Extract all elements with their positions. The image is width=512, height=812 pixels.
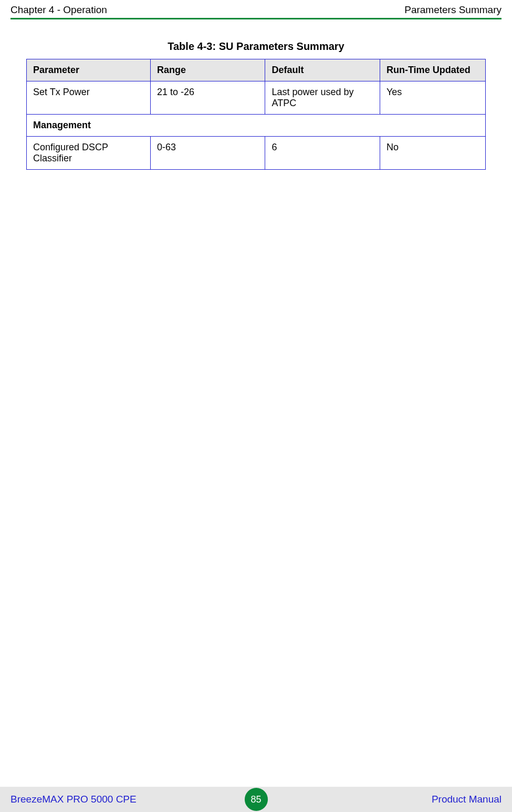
th-parameter: Parameter: [27, 59, 151, 81]
section-label: Management: [27, 115, 486, 137]
cell-default: 6: [265, 137, 380, 170]
page-number: 85: [250, 794, 261, 805]
parameters-table: Parameter Range Default Run-Time Updated…: [26, 59, 486, 170]
table-row: Configured DSCP Classifier 0-63 6 No: [27, 137, 486, 170]
cell-range: 21 to -26: [150, 81, 265, 115]
page-number-badge: 85: [245, 788, 268, 811]
cell-parameter: Configured DSCP Classifier: [27, 137, 151, 170]
th-runtime: Run-Time Updated: [380, 59, 485, 81]
cell-range: 0-63: [150, 137, 265, 170]
page-footer: BreezeMAX PRO 5000 CPE 85 Product Manual: [0, 787, 512, 812]
page-header: Chapter 4 - Operation Parameters Summary: [0, 0, 512, 18]
header-right: Parameters Summary: [404, 4, 501, 16]
cell-runtime: Yes: [380, 81, 485, 115]
header-left: Chapter 4 - Operation: [11, 4, 107, 16]
table-header-row: Parameter Range Default Run-Time Updated: [27, 59, 486, 81]
table-row: Set Tx Power 21 to -26 Last power used b…: [27, 81, 486, 115]
content-area: Table 4-3: SU Parameters Summary Paramet…: [0, 19, 512, 170]
cell-runtime: No: [380, 137, 485, 170]
cell-parameter: Set Tx Power: [27, 81, 151, 115]
th-default: Default: [265, 59, 380, 81]
table-caption: Table 4-3: SU Parameters Summary: [26, 40, 486, 53]
th-range: Range: [150, 59, 265, 81]
footer-left: BreezeMAX PRO 5000 CPE: [11, 794, 137, 805]
table-section-row: Management: [27, 115, 486, 137]
cell-default: Last power used by ATPC: [265, 81, 380, 115]
footer-right: Product Manual: [432, 794, 501, 805]
